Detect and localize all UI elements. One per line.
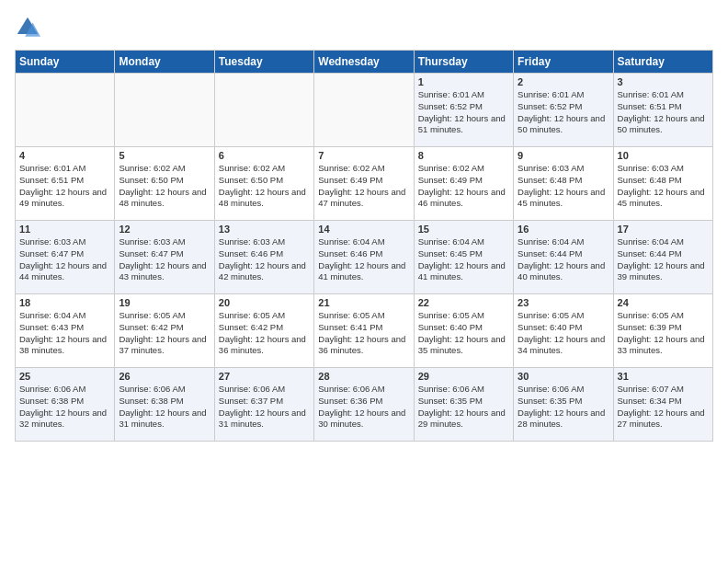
day-number: 10 — [618, 150, 709, 161]
day-number: 29 — [418, 371, 509, 382]
day-number: 19 — [119, 297, 210, 308]
calendar-week-row: 11Sunrise: 6:03 AM Sunset: 6:47 PM Dayli… — [16, 221, 713, 294]
day-number: 11 — [19, 224, 110, 235]
cell-info: Sunrise: 6:06 AM Sunset: 6:38 PM Dayligh… — [119, 384, 210, 431]
cell-info: Sunrise: 6:03 AM Sunset: 6:46 PM Dayligh… — [219, 236, 310, 283]
header-tuesday: Tuesday — [214, 51, 313, 74]
cell-info: Sunrise: 6:04 AM Sunset: 6:43 PM Dayligh… — [19, 310, 110, 357]
day-number: 6 — [219, 150, 310, 161]
cell-info: Sunrise: 6:02 AM Sunset: 6:50 PM Dayligh… — [219, 163, 310, 210]
calendar-cell: 13Sunrise: 6:03 AM Sunset: 6:46 PM Dayli… — [214, 221, 313, 294]
calendar-cell: 1Sunrise: 6:01 AM Sunset: 6:52 PM Daylig… — [414, 74, 513, 147]
calendar-cell: 2Sunrise: 6:01 AM Sunset: 6:52 PM Daylig… — [514, 74, 613, 147]
calendar-cell: 6Sunrise: 6:02 AM Sunset: 6:50 PM Daylig… — [214, 147, 313, 221]
cell-info: Sunrise: 6:05 AM Sunset: 6:42 PM Dayligh… — [219, 310, 310, 357]
cell-info: Sunrise: 6:05 AM Sunset: 6:40 PM Dayligh… — [418, 310, 509, 357]
cell-info: Sunrise: 6:04 AM Sunset: 6:46 PM Dayligh… — [318, 236, 409, 283]
header-wednesday: Wednesday — [314, 51, 414, 74]
cell-info: Sunrise: 6:04 AM Sunset: 6:45 PM Dayligh… — [418, 236, 509, 283]
day-number: 15 — [418, 224, 509, 235]
cell-info: Sunrise: 6:06 AM Sunset: 6:38 PM Dayligh… — [19, 384, 110, 431]
calendar-week-row: 25Sunrise: 6:06 AM Sunset: 6:38 PM Dayli… — [16, 368, 713, 442]
day-number: 20 — [219, 297, 310, 308]
calendar-cell: 29Sunrise: 6:06 AM Sunset: 6:35 PM Dayli… — [414, 368, 513, 442]
cell-info: Sunrise: 6:01 AM Sunset: 6:51 PM Dayligh… — [19, 163, 110, 210]
cell-info: Sunrise: 6:01 AM Sunset: 6:52 PM Dayligh… — [418, 89, 509, 136]
cell-info: Sunrise: 6:06 AM Sunset: 6:36 PM Dayligh… — [318, 384, 409, 431]
calendar-cell: 20Sunrise: 6:05 AM Sunset: 6:42 PM Dayli… — [214, 294, 313, 368]
day-number: 4 — [19, 150, 110, 161]
cell-info: Sunrise: 6:02 AM Sunset: 6:49 PM Dayligh… — [418, 163, 509, 210]
calendar-cell: 5Sunrise: 6:02 AM Sunset: 6:50 PM Daylig… — [115, 147, 214, 221]
header-monday: Monday — [115, 51, 214, 74]
cell-info: Sunrise: 6:05 AM Sunset: 6:40 PM Dayligh… — [518, 310, 609, 357]
cell-info: Sunrise: 6:05 AM Sunset: 6:41 PM Dayligh… — [318, 310, 409, 357]
calendar-cell: 11Sunrise: 6:03 AM Sunset: 6:47 PM Dayli… — [16, 221, 115, 294]
cell-info: Sunrise: 6:04 AM Sunset: 6:44 PM Dayligh… — [518, 236, 609, 283]
calendar-cell: 26Sunrise: 6:06 AM Sunset: 6:38 PM Dayli… — [115, 368, 214, 442]
cell-info: Sunrise: 6:03 AM Sunset: 6:48 PM Dayligh… — [518, 163, 609, 210]
day-number: 24 — [618, 297, 709, 308]
header-sunday: Sunday — [16, 51, 115, 74]
calendar-cell: 10Sunrise: 6:03 AM Sunset: 6:48 PM Dayli… — [613, 147, 712, 221]
day-number: 18 — [19, 297, 110, 308]
calendar-cell: 27Sunrise: 6:06 AM Sunset: 6:37 PM Dayli… — [214, 368, 313, 442]
calendar-cell — [16, 74, 115, 147]
day-number: 31 — [618, 371, 709, 382]
calendar-cell: 30Sunrise: 6:06 AM Sunset: 6:35 PM Dayli… — [514, 368, 613, 442]
cell-info: Sunrise: 6:05 AM Sunset: 6:42 PM Dayligh… — [119, 310, 210, 357]
page-container: SundayMondayTuesdayWednesdayThursdayFrid… — [0, 0, 728, 449]
cell-info: Sunrise: 6:03 AM Sunset: 6:47 PM Dayligh… — [19, 236, 110, 283]
calendar-cell: 21Sunrise: 6:05 AM Sunset: 6:41 PM Dayli… — [314, 294, 414, 368]
cell-info: Sunrise: 6:02 AM Sunset: 6:49 PM Dayligh… — [318, 163, 409, 210]
calendar-cell — [314, 74, 414, 147]
calendar-cell: 22Sunrise: 6:05 AM Sunset: 6:40 PM Dayli… — [414, 294, 513, 368]
calendar-cell: 24Sunrise: 6:05 AM Sunset: 6:39 PM Dayli… — [613, 294, 712, 368]
day-number: 25 — [19, 371, 110, 382]
calendar-cell: 25Sunrise: 6:06 AM Sunset: 6:38 PM Dayli… — [16, 368, 115, 442]
page-header — [15, 15, 713, 40]
logo-icon — [15, 15, 40, 40]
calendar-cell: 19Sunrise: 6:05 AM Sunset: 6:42 PM Dayli… — [115, 294, 214, 368]
cell-info: Sunrise: 6:06 AM Sunset: 6:35 PM Dayligh… — [518, 384, 609, 431]
cell-info: Sunrise: 6:05 AM Sunset: 6:39 PM Dayligh… — [618, 310, 709, 357]
cell-info: Sunrise: 6:02 AM Sunset: 6:50 PM Dayligh… — [119, 163, 210, 210]
cell-info: Sunrise: 6:04 AM Sunset: 6:44 PM Dayligh… — [618, 236, 709, 283]
day-number: 1 — [418, 76, 509, 87]
calendar-cell: 28Sunrise: 6:06 AM Sunset: 6:36 PM Dayli… — [314, 368, 414, 442]
calendar-table: SundayMondayTuesdayWednesdayThursdayFrid… — [15, 50, 713, 442]
day-number: 26 — [119, 371, 210, 382]
calendar-cell: 17Sunrise: 6:04 AM Sunset: 6:44 PM Dayli… — [613, 221, 712, 294]
day-number: 22 — [418, 297, 509, 308]
logo — [15, 15, 44, 40]
calendar-cell: 8Sunrise: 6:02 AM Sunset: 6:49 PM Daylig… — [414, 147, 513, 221]
day-number: 5 — [119, 150, 210, 161]
day-number: 13 — [219, 224, 310, 235]
day-number: 17 — [618, 224, 709, 235]
day-number: 2 — [518, 76, 609, 87]
day-number: 23 — [518, 297, 609, 308]
day-number: 16 — [518, 224, 609, 235]
calendar-cell: 23Sunrise: 6:05 AM Sunset: 6:40 PM Dayli… — [514, 294, 613, 368]
calendar-cell: 7Sunrise: 6:02 AM Sunset: 6:49 PM Daylig… — [314, 147, 414, 221]
day-number: 28 — [318, 371, 409, 382]
cell-info: Sunrise: 6:06 AM Sunset: 6:37 PM Dayligh… — [219, 384, 310, 431]
header-friday: Friday — [514, 51, 613, 74]
calendar-week-row: 4Sunrise: 6:01 AM Sunset: 6:51 PM Daylig… — [16, 147, 713, 221]
cell-info: Sunrise: 6:03 AM Sunset: 6:47 PM Dayligh… — [119, 236, 210, 283]
calendar-week-row: 18Sunrise: 6:04 AM Sunset: 6:43 PM Dayli… — [16, 294, 713, 368]
calendar-cell: 18Sunrise: 6:04 AM Sunset: 6:43 PM Dayli… — [16, 294, 115, 368]
calendar-cell: 31Sunrise: 6:07 AM Sunset: 6:34 PM Dayli… — [613, 368, 712, 442]
calendar-cell: 12Sunrise: 6:03 AM Sunset: 6:47 PM Dayli… — [115, 221, 214, 294]
day-number: 21 — [318, 297, 409, 308]
day-number: 14 — [318, 224, 409, 235]
cell-info: Sunrise: 6:06 AM Sunset: 6:35 PM Dayligh… — [418, 384, 509, 431]
calendar-cell — [115, 74, 214, 147]
day-number: 3 — [618, 76, 709, 87]
day-number: 9 — [518, 150, 609, 161]
day-number: 7 — [318, 150, 409, 161]
cell-info: Sunrise: 6:03 AM Sunset: 6:48 PM Dayligh… — [618, 163, 709, 210]
calendar-cell: 16Sunrise: 6:04 AM Sunset: 6:44 PM Dayli… — [514, 221, 613, 294]
calendar-cell: 9Sunrise: 6:03 AM Sunset: 6:48 PM Daylig… — [514, 147, 613, 221]
calendar-cell: 3Sunrise: 6:01 AM Sunset: 6:51 PM Daylig… — [613, 74, 712, 147]
